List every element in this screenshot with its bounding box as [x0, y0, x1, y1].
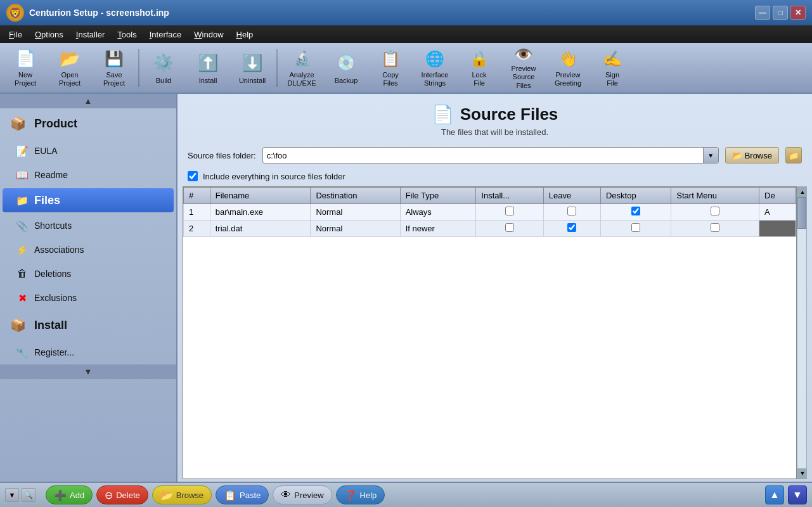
sidebar-scroll-down[interactable]: ▼ [0, 364, 176, 379]
row2-leave-cb[interactable] [567, 223, 576, 232]
browse-open-button[interactable]: 📁 [785, 147, 802, 164]
files-table-container[interactable]: # Filename Destination File Type Install… [183, 186, 797, 479]
sidebar-item-eula[interactable]: 📝 EULA [0, 139, 176, 163]
row2-install[interactable] [476, 221, 543, 237]
nav-down-button[interactable]: ▼ [788, 485, 807, 504]
paste-button[interactable]: 📋 Paste [216, 485, 269, 504]
lock-file-icon: 🔒 [467, 48, 492, 70]
row2-de [759, 221, 796, 237]
source-folder-label: Source files folder: [188, 151, 256, 160]
row1-startmenu[interactable] [671, 204, 759, 221]
row1-leave[interactable] [543, 204, 600, 221]
minimize-button[interactable]: — [755, 6, 770, 20]
browse-bottom-label: Browse [176, 491, 203, 500]
bottom-dropdown-btn[interactable]: ▼ [5, 488, 19, 502]
vertical-scrollbar[interactable]: ▲ ▼ [797, 186, 807, 479]
row1-startmenu-cb[interactable] [711, 207, 719, 215]
scroll-thumb[interactable] [797, 197, 806, 229]
delete-button[interactable]: ⊖ Delete [96, 485, 148, 504]
toolbar-lock-file[interactable]: 🔒 LockFile [458, 46, 501, 90]
install-label: Install [199, 77, 217, 85]
scroll-up-btn[interactable]: ▲ [797, 187, 807, 197]
sidebar-files-header[interactable]: 📁 Files [3, 188, 174, 212]
bottom-search-btn[interactable]: 🔍 [22, 488, 35, 502]
open-project-label: OpenProject [59, 71, 81, 87]
app-title: Centurion Setup - screenshot.inp [29, 8, 755, 18]
include-everything-checkbox[interactable] [188, 171, 198, 181]
add-button[interactable]: ➕ Add [46, 485, 93, 504]
table-row: 2 trial.dat Normal If newer [184, 221, 796, 237]
menu-help[interactable]: Help [230, 27, 260, 42]
row1-desktop-cb[interactable] [631, 207, 640, 215]
source-folder-dropdown[interactable]: ▼ [703, 148, 718, 163]
toolbar-open-project[interactable]: 📂 OpenProject [48, 46, 91, 90]
sidebar: ▲ 📦 Product 📝 EULA 📖 Readme 📁 Files 📎 Sh… [0, 94, 177, 482]
sidebar-item-readme[interactable]: 📖 Readme [0, 163, 176, 187]
row2-startmenu-cb[interactable] [711, 223, 719, 232]
browse-bottom-button[interactable]: 📂 Browse [152, 485, 212, 504]
row2-desktop-cb[interactable] [631, 223, 640, 232]
preview-label: Preview [294, 491, 323, 500]
install-section-icon: 📦 [8, 315, 28, 335]
sidebar-item-register[interactable]: 🔧 Register... [0, 340, 176, 364]
row1-leave-cb[interactable] [567, 207, 576, 215]
build-icon: ⚙️ [151, 50, 176, 75]
sidebar-item-associations[interactable]: ⚡ Associations [0, 238, 176, 262]
close-button[interactable]: ✕ [790, 6, 806, 20]
menu-tools[interactable]: Tools [111, 27, 143, 42]
toolbar-uninstall[interactable]: ⬇️ Uninstall [231, 46, 274, 90]
main-area: ▲ 📦 Product 📝 EULA 📖 Readme 📁 Files 📎 Sh… [0, 94, 812, 482]
toolbar-sign-file[interactable]: ✍️ SignFile [591, 46, 634, 90]
row2-install-cb[interactable] [505, 223, 514, 232]
toolbar-preview-greeting[interactable]: 👋 PreviewGreeting [546, 46, 590, 90]
col-num: # [184, 188, 210, 204]
preview-source-icon: 👁️ [511, 46, 536, 63]
row2-startmenu[interactable] [671, 221, 759, 237]
row1-install[interactable] [476, 204, 543, 221]
toolbar-preview-source[interactable]: 👁️ PreviewSource Files [502, 46, 545, 90]
sidebar-item-deletions[interactable]: 🗑 Deletions [0, 262, 176, 286]
help-button[interactable]: ❓ Help [336, 485, 385, 504]
nav-up-button[interactable]: ▲ [765, 485, 784, 504]
toolbar-build[interactable]: ⚙️ Build [142, 46, 185, 90]
files-section-label: Files [34, 194, 60, 207]
toolbar-save-project[interactable]: 💾 SaveProject [93, 46, 136, 90]
eula-label: EULA [34, 146, 58, 156]
new-project-label: NewProject [15, 71, 36, 87]
row2-leave[interactable] [543, 221, 600, 237]
menu-installer[interactable]: Installer [70, 27, 112, 42]
browse-button[interactable]: 📂 Browse [725, 147, 779, 164]
source-folder-input[interactable] [263, 150, 703, 162]
menu-interface[interactable]: Interface [143, 27, 188, 42]
table-row: 1 bar\main.exe Normal Always A [184, 204, 796, 221]
toolbar-interface-strings[interactable]: 🌐 InterfaceStrings [413, 46, 456, 90]
save-project-icon: 💾 [101, 48, 127, 70]
register-icon: 🔧 [15, 345, 29, 359]
row1-desktop[interactable] [600, 204, 671, 221]
toolbar-install[interactable]: ⬆️ Install [186, 46, 229, 90]
col-leave: Leave [543, 188, 600, 204]
sidebar-scroll-up[interactable]: ▲ [0, 94, 176, 108]
maximize-button[interactable]: □ [773, 6, 788, 20]
preview-button[interactable]: 👁 Preview [273, 485, 332, 504]
menu-window[interactable]: Window [188, 27, 229, 42]
toolbar-copy-files[interactable]: 📋 CopyFiles [369, 46, 412, 90]
exclusions-label: Exclusions [34, 293, 77, 303]
row1-de: A [759, 204, 796, 221]
sidebar-item-exclusions[interactable]: ✖ Exclusions [0, 286, 176, 310]
scroll-down-btn[interactable]: ▼ [797, 468, 807, 478]
toolbar-new-project[interactable]: 📄 NewProject [4, 46, 47, 90]
sidebar-item-shortcuts[interactable]: 📎 Shortcuts [0, 214, 176, 238]
copy-files-label: CopyFiles [382, 71, 399, 87]
browse-icon: 📂 [732, 151, 742, 160]
menu-file[interactable]: File [3, 27, 29, 42]
menu-options[interactable]: Options [29, 27, 70, 42]
toolbar-backup[interactable]: 💿 Backup [325, 46, 368, 90]
row2-num: 2 [184, 221, 210, 237]
row1-install-cb[interactable] [505, 207, 514, 215]
content-header: 📄 Source Files The files that will be in… [177, 94, 812, 142]
row2-desktop[interactable] [600, 221, 671, 237]
sidebar-install-header: 📦 Install [0, 310, 176, 340]
toolbar-analyze[interactable]: 🔬 AnalyzeDLL/EXE [280, 46, 323, 90]
readme-icon: 📖 [15, 168, 29, 182]
